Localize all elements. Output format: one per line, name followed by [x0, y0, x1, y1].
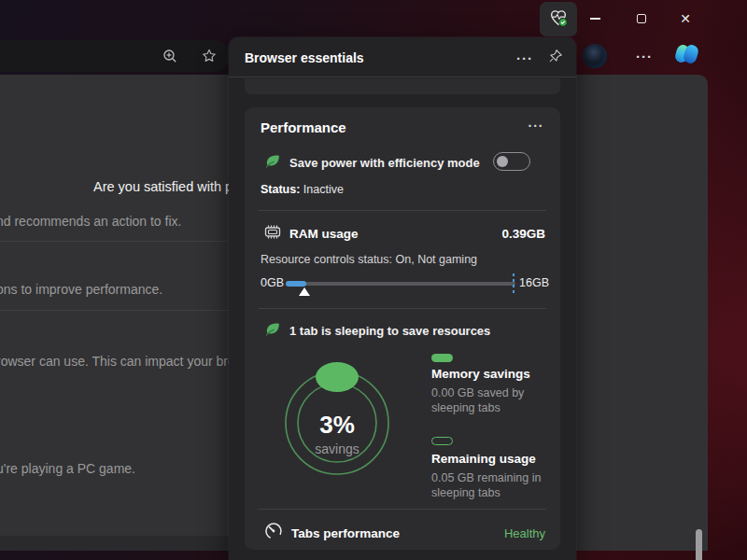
- heart-pulse-icon: [548, 7, 569, 32]
- divider: [259, 308, 546, 309]
- desktop: ✕ ···: [0, 0, 747, 560]
- zoom-in-icon[interactable]: [162, 49, 177, 63]
- divider: [0, 241, 230, 242]
- remaining-usage-line2: sleeping tabs: [431, 486, 500, 499]
- ram-usage-label: RAM usage: [289, 227, 359, 241]
- minimize-button[interactable]: [575, 0, 614, 37]
- efficiency-status: Status: Inactive: [261, 183, 344, 196]
- ram-usage-slider: [286, 282, 515, 286]
- ellipsis-icon: ···: [516, 50, 533, 66]
- page-section-edge: [0, 536, 230, 551]
- scrolled-card-edge: [245, 78, 560, 94]
- donut-percent: 3%: [271, 411, 403, 440]
- remaining-usage-title: Remaining usage: [431, 452, 536, 466]
- ram-limit-dashed-line: [513, 273, 514, 294]
- maximize-button[interactable]: [622, 0, 661, 37]
- memory-savings-line1: 0.00 GB saved by: [431, 386, 524, 399]
- page-scrollbar-thumb[interactable]: [696, 529, 702, 560]
- settings-menu-button[interactable]: ···: [631, 43, 657, 69]
- sleeping-tabs-banner: 1 tab is sleeping to save resources: [289, 324, 490, 338]
- close-icon: ✕: [680, 11, 691, 26]
- remaining-usage-line1: 0.05 GB remaining in: [431, 471, 541, 484]
- status-label: Status:: [261, 183, 300, 196]
- memory-savings-line2: sleeping tabs: [431, 401, 500, 414]
- background-heading-fragment: Are you satisfied with pe: [93, 179, 240, 194]
- panel-more-button[interactable]: ···: [511, 46, 539, 70]
- ram-slider-fill: [286, 281, 306, 287]
- background-text-fragment: nd recommends an action to fix.: [0, 214, 181, 229]
- browser-essentials-toolbar-button[interactable]: [540, 2, 577, 36]
- close-button[interactable]: ✕: [666, 0, 705, 37]
- pin-panel-button[interactable]: [544, 47, 567, 69]
- status-value: Inactive: [303, 183, 344, 196]
- memory-savings-swatch: [431, 354, 453, 362]
- efficiency-mode-toggle[interactable]: [493, 152, 530, 171]
- pin-icon: [547, 48, 564, 68]
- background-text-fragment: ons to improve performance.: [0, 282, 162, 297]
- divider: [259, 210, 546, 211]
- donut-caption: savings: [271, 441, 403, 456]
- memory-savings-title: Memory savings: [431, 367, 530, 381]
- minimize-icon: [590, 18, 600, 19]
- ram-slider-min-label: 0GB: [261, 276, 284, 289]
- panel-title: Browser essentials: [245, 50, 364, 65]
- ram-slider-marker[interactable]: [299, 287, 310, 296]
- profile-avatar[interactable]: [583, 44, 607, 68]
- performance-card: Performance ··· Save power with efficien…: [245, 107, 560, 550]
- sleeping-tabs-leaf-icon: [263, 320, 282, 339]
- efficiency-mode-label: Save power with efficiency mode: [289, 156, 480, 170]
- ram-chip-icon: [263, 223, 282, 242]
- tabs-performance-label: Tabs performance: [291, 526, 400, 540]
- gauge-icon: [263, 521, 284, 541]
- efficiency-leaf-icon: [263, 152, 282, 171]
- tabs-performance-status: Healthy: [504, 526, 545, 540]
- ram-slider-max-label: 16GB: [519, 276, 549, 289]
- ram-usage-value: 0.39GB: [501, 227, 545, 241]
- copilot-icon[interactable]: [675, 42, 699, 66]
- resource-controls-status: Resource controls status: On, Not gaming: [261, 253, 477, 266]
- favorites-star-icon[interactable]: [202, 49, 217, 63]
- remaining-usage-swatch: [431, 437, 453, 445]
- divider: [229, 77, 576, 77]
- address-bar[interactable]: [0, 40, 230, 72]
- background-text-fragment: rowser can use. This can impact your bro…: [0, 354, 245, 369]
- divider: [0, 310, 230, 311]
- ellipsis-icon: ···: [636, 49, 653, 64]
- ellipsis-icon: ···: [529, 119, 544, 133]
- browser-essentials-panel: Browser essentials ··· Performance ···: [229, 37, 576, 560]
- divider: [259, 509, 546, 510]
- maximize-icon: [637, 14, 646, 23]
- toggle-knob: [497, 156, 508, 167]
- performance-more-button[interactable]: ···: [523, 115, 549, 137]
- background-text-fragment: u're playing a PC game.: [0, 461, 135, 476]
- performance-title: Performance: [261, 119, 346, 135]
